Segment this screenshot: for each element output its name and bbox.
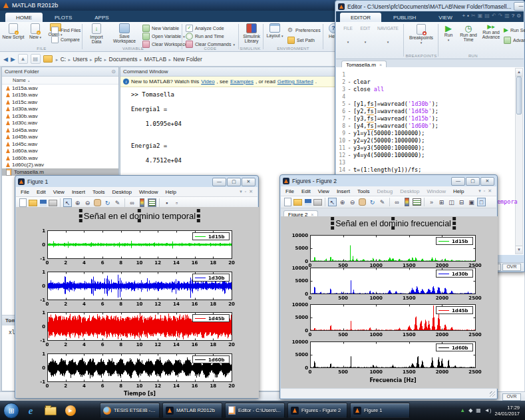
- selection-handle[interactable]: [331, 222, 334, 225]
- menu-help[interactable]: Help: [165, 189, 176, 195]
- pan-icon[interactable]: [93, 198, 102, 207]
- selection-handle[interactable]: [79, 219, 83, 222]
- breadcrumb-path[interactable]: ▸ C: ▸ Users ▸ pfc ▸ Documents ▸ MATLAB …: [55, 56, 202, 63]
- simulink-library-button[interactable]: Simulink Library: [240, 23, 263, 43]
- tab-publish[interactable]: PUBLISH: [383, 13, 427, 22]
- zoom-out-icon[interactable]: ⊖: [348, 198, 357, 206]
- taskbar-button[interactable]: Figures - Figure 2: [287, 403, 347, 418]
- cut-icon[interactable]: ✂: [471, 13, 476, 19]
- internet-explorer-icon[interactable]: e: [24, 404, 37, 417]
- run-button[interactable]: ▶ Run▾: [440, 24, 457, 43]
- menu-window[interactable]: Window: [427, 188, 446, 194]
- tab-apps[interactable]: APPS: [84, 13, 119, 22]
- zoom-in-icon[interactable]: ⊕: [338, 198, 347, 206]
- run-and-advance-button[interactable]: ▶▸ Run and Advance: [480, 24, 502, 39]
- file-list-column-header[interactable]: Name ▴: [2, 77, 118, 85]
- colorbar-icon[interactable]: [403, 198, 411, 206]
- selection-handle[interactable]: [391, 217, 395, 220]
- code-line[interactable]: 11-y3=y3(50000:1000000);: [336, 144, 524, 152]
- new-script-button[interactable]: + New Script: [1, 23, 25, 39]
- code-line[interactable]: 3-close all: [336, 86, 524, 93]
- panel-actions-icon[interactable]: ⊙: [111, 69, 116, 75]
- selection-handle[interactable]: [452, 226, 456, 230]
- file-row[interactable]: 1d60a.wav: [2, 148, 118, 155]
- code-line[interactable]: 13: [336, 159, 524, 166]
- redo-icon[interactable]: ↷: [498, 13, 503, 19]
- editor-navigate-group[interactable]: NAVIGATE▾: [375, 26, 401, 44]
- layout-button[interactable]: Layout ▾: [265, 23, 285, 39]
- maximize-button[interactable]: ▢: [227, 178, 241, 186]
- taskbar-button[interactable]: Editor - C:\Users\...: [225, 403, 285, 418]
- new-figure-icon[interactable]: [19, 198, 27, 207]
- menu-insert[interactable]: Insert: [72, 189, 85, 195]
- menu-expand-icon[interactable]: ⊙: [516, 13, 521, 19]
- selection-handle[interactable]: [79, 214, 83, 218]
- minimize-button[interactable]: —: [212, 178, 226, 186]
- zoom-in-icon[interactable]: ⊕: [73, 198, 82, 207]
- menu-view[interactable]: View: [53, 189, 65, 195]
- video-link[interactable]: Video: [201, 79, 214, 85]
- selection-handle[interactable]: [391, 226, 395, 230]
- minimize-button[interactable]: —: [514, 2, 524, 11]
- figure2-titlebar[interactable]: Figures - Figure 2 — ▢ ✕: [281, 176, 496, 186]
- code-line[interactable]: 6-[y2,fs]=wavread('1d45b');: [336, 108, 524, 115]
- tab-plots[interactable]: PLOTS: [44, 13, 83, 22]
- figure2-plot-title[interactable]: Señal en el dominio frecuencial: [332, 219, 454, 228]
- breadcrumb-segment[interactable]: MATLAB: [142, 56, 168, 63]
- open-icon[interactable]: [29, 198, 37, 207]
- code-line[interactable]: 2-clear: [336, 79, 524, 86]
- menu-debug[interactable]: Debug: [377, 188, 393, 194]
- file-row[interactable]: 1d60b.wav: [2, 154, 118, 162]
- breadcrumb-segment[interactable]: C:: [59, 56, 67, 63]
- menu-window[interactable]: Window: [139, 189, 158, 195]
- rotate-3d-icon[interactable]: ↻: [103, 198, 112, 207]
- file-row[interactable]: 1d15c.wav: [2, 99, 118, 106]
- open-icon[interactable]: [293, 198, 302, 206]
- analyze-code-button[interactable]: ✓ Analyze Code: [186, 25, 224, 32]
- selection-handle[interactable]: [197, 209, 200, 212]
- maximize-button[interactable]: ▢: [466, 177, 480, 186]
- close-tab-icon[interactable]: ×: [379, 63, 382, 67]
- editor-edit-group[interactable]: EDIT▾: [357, 26, 373, 44]
- safely-remove-icon[interactable]: ◆: [468, 407, 472, 413]
- breadcrumb-segment[interactable]: Users: [71, 56, 89, 63]
- menu-tools[interactable]: Tools: [357, 188, 370, 194]
- save-icon[interactable]: ▪: [467, 13, 469, 19]
- menu-view[interactable]: View: [318, 188, 329, 194]
- media-player-icon[interactable]: ▶: [64, 404, 77, 417]
- pan-icon[interactable]: [358, 198, 367, 206]
- new-document-icon[interactable]: +: [462, 13, 466, 19]
- selection-handle[interactable]: [331, 217, 334, 220]
- close-button[interactable]: ✕: [480, 177, 494, 186]
- colorbar-icon[interactable]: [138, 198, 146, 207]
- file-row[interactable]: 1d45b.wav: [2, 134, 118, 141]
- legend-icon[interactable]: [413, 198, 421, 206]
- undo-icon[interactable]: ↶: [492, 13, 496, 19]
- edit-plot-icon[interactable]: ↖: [328, 198, 337, 206]
- menu-desktop[interactable]: Desktop: [400, 188, 419, 194]
- scroll-down-icon[interactable]: ▼: [516, 246, 522, 254]
- figure2-plot-canvas[interactable]: [281, 216, 498, 389]
- brush-icon[interactable]: ✎: [113, 198, 122, 207]
- breadcrumb-segment[interactable]: pfc: [93, 56, 104, 63]
- menu-file[interactable]: File: [21, 189, 29, 195]
- selection-handle[interactable]: [138, 209, 141, 212]
- rotate-3d-icon[interactable]: ↻: [368, 198, 377, 206]
- print-icon[interactable]: ▥: [504, 13, 510, 19]
- file-row[interactable]: 1d45a.wav: [2, 126, 118, 134]
- layout-single-icon[interactable]: □: [477, 198, 486, 206]
- taskbar-button[interactable]: TESIS ETSEIB - Go...: [100, 403, 160, 418]
- menu-help[interactable]: Help: [453, 188, 464, 194]
- code-line[interactable]: 9-y1=y1(50000:1000000);: [336, 130, 524, 137]
- editor-file-group[interactable]: FILE▾: [340, 26, 356, 44]
- code-line[interactable]: 5-[y1,fs]=wavread('1d30b');: [336, 101, 524, 108]
- selection-handle[interactable]: [138, 219, 141, 222]
- selection-handle[interactable]: [197, 219, 200, 222]
- find-files-button[interactable]: Find Files: [51, 27, 81, 34]
- plot-tools-off-icon[interactable]: ▪: [162, 198, 171, 207]
- network-icon[interactable]: ▦: [476, 407, 481, 413]
- tab-editor[interactable]: EDITOR: [340, 13, 381, 22]
- layout-columns-icon[interactable]: ◫: [447, 198, 456, 206]
- run-and-time-button[interactable]: Run and Time: [186, 33, 224, 40]
- open-variable-button[interactable]: Open Variable ▾: [142, 33, 185, 40]
